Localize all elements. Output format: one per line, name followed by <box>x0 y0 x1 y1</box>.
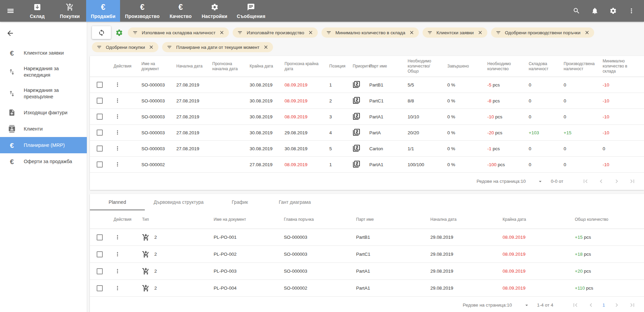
nav-item-proizvodstvo[interactable]: €Производство <box>120 0 164 22</box>
menu-button[interactable] <box>0 0 21 22</box>
chevron-left-button[interactable] <box>597 177 605 186</box>
column-header[interactable]: Парт име <box>365 61 404 72</box>
table-row[interactable]: 2PL-PO-004SO-000002PartA129.08.201908.09… <box>90 280 644 297</box>
chevron-left-button[interactable] <box>587 301 595 309</box>
chip-close-button[interactable] <box>263 44 269 50</box>
chip-close-button[interactable] <box>219 30 225 35</box>
column-header[interactable]: Производствена наличност <box>560 59 599 74</box>
column-header[interactable]: Име на документ <box>137 59 172 74</box>
filter-chip[interactable]: Одобрени производствени поръчки <box>491 27 594 38</box>
filter-chip[interactable]: Използвайте производство <box>233 27 317 38</box>
table-row[interactable]: 2PL-PO-002SO-000003PartC129.08.201908.09… <box>90 246 644 263</box>
table-row[interactable]: SO-00000327.08.201930.08.201908.09.20192… <box>90 93 644 109</box>
column-header[interactable]: Прогнозна крайна дата <box>280 59 325 74</box>
notifications-button[interactable] <box>587 3 603 19</box>
tab-tree[interactable]: Дървовидна структура <box>145 194 212 210</box>
nav-item-nastroyki[interactable]: Настройки <box>197 0 232 22</box>
table-row[interactable]: SO-00000227.08.201908.09.20191PartA1100/… <box>90 157 644 173</box>
filter-chip[interactable]: Минимално количество в склада <box>321 27 419 38</box>
first-page-button[interactable] <box>571 301 579 309</box>
table-row[interactable]: SO-00000327.08.201930.08.201930.08.20195… <box>90 141 644 157</box>
column-header[interactable]: Общо количество <box>571 214 644 225</box>
chip-close-button[interactable] <box>149 44 154 50</box>
chip-close-button[interactable] <box>584 30 590 35</box>
row-actions-button[interactable] <box>114 160 121 168</box>
column-header[interactable]: Прогнозна начална дата <box>208 59 246 74</box>
row-checkbox[interactable] <box>97 130 103 136</box>
rows-per-page-label[interactable]: Редове на страница:10 <box>463 303 512 308</box>
row-actions-button[interactable] <box>114 113 121 120</box>
tab-planned[interactable]: Planned <box>90 194 145 210</box>
back-button[interactable] <box>6 29 14 38</box>
sidebar-item-narezhdaniya-prehvarlyane[interactable]: Нареждания за прехвърляне <box>0 83 87 104</box>
caret-down-icon[interactable] <box>524 302 530 308</box>
column-header[interactable]: Главна поръчка <box>280 214 352 225</box>
column-header[interactable]: Складова наличност <box>525 59 560 74</box>
row-actions-button[interactable] <box>114 129 121 136</box>
row-actions-button[interactable] <box>114 81 121 89</box>
nav-item-prodazhbi[interactable]: €Продажби <box>86 0 120 22</box>
filter-chip[interactable]: Планиране на дати от текущия момент <box>162 42 273 52</box>
sidebar-item-planirane-mrp[interactable]: €Планиране (MRP) <box>0 137 87 153</box>
column-header[interactable]: Необходимо количество/Общо <box>404 56 443 77</box>
chevron-right-button[interactable] <box>612 177 621 186</box>
settings-button[interactable] <box>605 3 621 19</box>
filter-chip[interactable]: Изполване на складова наличност <box>128 27 229 38</box>
search-button[interactable] <box>569 3 584 19</box>
row-checkbox[interactable] <box>97 98 103 104</box>
tab-grafik[interactable]: График <box>212 194 267 210</box>
last-page-button[interactable] <box>628 177 636 186</box>
filter-chip[interactable]: Одобрени покупки <box>92 42 158 52</box>
chip-close-button[interactable] <box>409 30 414 35</box>
filter-settings-button[interactable] <box>115 29 123 37</box>
column-header[interactable]: Крайна дата <box>499 214 571 225</box>
row-checkbox[interactable] <box>97 145 103 152</box>
row-actions-button[interactable] <box>114 267 121 275</box>
nav-item-sklad[interactable]: Склад <box>21 0 54 22</box>
sidebar-item-izhodyashti-fakturi[interactable]: Изходящи фактури <box>0 104 87 121</box>
nav-item-pokupki[interactable]: Покупки <box>54 0 86 22</box>
page-number-button[interactable]: 1 <box>602 303 605 308</box>
row-checkbox[interactable] <box>97 161 103 168</box>
column-header[interactable]: Приоритет <box>349 61 365 72</box>
refresh-button[interactable] <box>92 26 111 39</box>
sidebar-item-oferti-prodazhba[interactable]: €Оферти за продажба <box>0 153 87 170</box>
chevron-right-button[interactable] <box>612 301 621 309</box>
row-checkbox[interactable] <box>97 234 103 240</box>
nav-item-saobshteniya[interactable]: Съобщения <box>232 0 270 22</box>
column-header[interactable]: Крайна дата <box>246 61 280 72</box>
row-checkbox[interactable] <box>97 114 103 120</box>
row-actions-button[interactable] <box>114 97 121 104</box>
row-checkbox[interactable] <box>97 251 103 257</box>
row-actions-button[interactable] <box>114 144 121 152</box>
column-header[interactable]: Начална дата <box>172 61 208 72</box>
row-checkbox[interactable] <box>97 285 103 291</box>
sidebar-item-narezhdaniya-ekspeditsiya[interactable]: Нареждания за експедиция <box>0 61 87 83</box>
column-header[interactable]: Минимално количество в склада <box>599 56 639 77</box>
table-row[interactable]: 2PL-PO-001SO-000003PartB129.08.201908.09… <box>90 229 644 246</box>
chip-close-button[interactable] <box>477 30 483 35</box>
column-header[interactable]: Действия <box>110 61 137 72</box>
nav-item-kachestvo[interactable]: €Качество <box>164 0 197 22</box>
column-header[interactable]: Начална дата <box>426 214 499 225</box>
table-row[interactable]: SO-00000327.08.201930.08.201908.09.20191… <box>90 77 644 93</box>
row-checkbox[interactable] <box>97 268 103 274</box>
filter-chip[interactable]: Клиентски заявки <box>423 27 487 38</box>
sidebar-item-klientski-zayavki[interactable]: €Клиентски заявки <box>0 45 87 61</box>
column-header[interactable]: Тип <box>138 214 210 225</box>
column-header[interactable]: Необходимо количество <box>483 59 525 74</box>
row-actions-button[interactable] <box>114 233 121 241</box>
tab-gantt[interactable]: Гант диаграма <box>267 194 322 210</box>
sidebar-item-klienti[interactable]: Клиенти <box>0 121 87 137</box>
chip-close-button[interactable] <box>308 30 313 35</box>
table-row[interactable]: SO-00000327.08.201930.08.201908.09.20193… <box>90 109 644 125</box>
more-button[interactable] <box>624 3 639 19</box>
column-header[interactable]: Завършено <box>443 61 483 72</box>
row-actions-button[interactable] <box>114 250 121 258</box>
row-actions-button[interactable] <box>114 284 121 292</box>
column-header[interactable]: Позиция <box>325 61 349 72</box>
table-row[interactable]: SO-00000327.08.201930.08.201929.08.20194… <box>90 125 644 141</box>
row-checkbox[interactable] <box>97 82 103 88</box>
first-page-button[interactable] <box>581 177 589 186</box>
column-header[interactable]: Име на документ <box>210 214 280 225</box>
